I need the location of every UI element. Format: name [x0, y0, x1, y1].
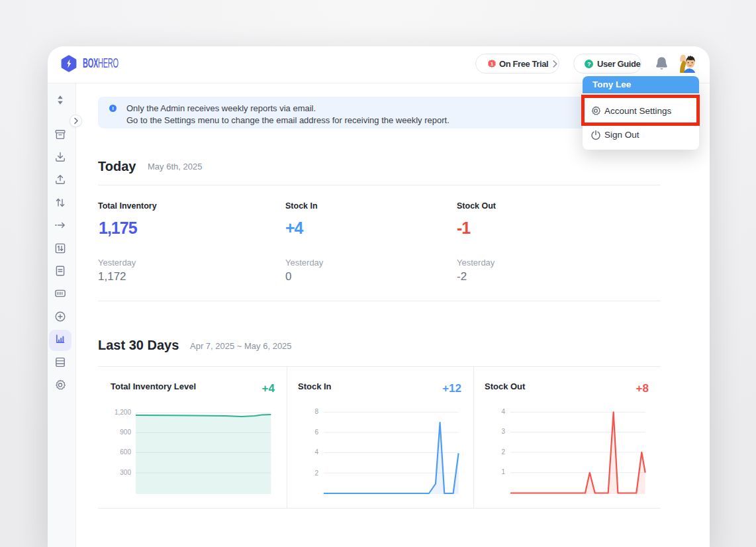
svg-text:1: 1 — [491, 61, 493, 67]
svg-text:?: ? — [587, 60, 591, 67]
